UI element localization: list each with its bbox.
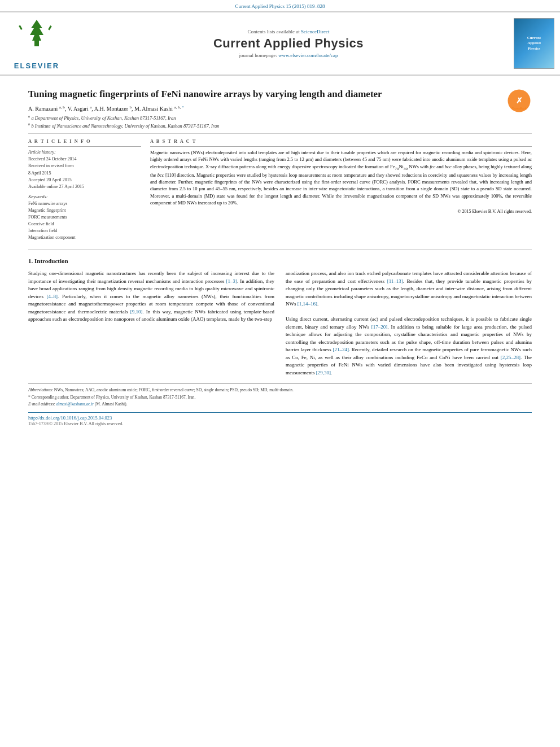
authors-line: A. Ramazani a, b, V. Asgari a, A.H. Mont… <box>28 105 532 112</box>
journal-citation: Current Applied Physics 15 (2015) 819–82… <box>0 0 560 11</box>
email-link[interactable]: almasi@kashanu.ac.ir <box>56 401 94 407</box>
journal-main-title: Current Applied Physics <box>73 36 504 51</box>
keyword-5: Interaction field <box>28 228 141 234</box>
sciencedirect-line: Contents lists available at ScienceDirec… <box>73 29 504 34</box>
article-info-column: A R T I C L E I N F O Article history: R… <box>28 138 141 241</box>
keyword-4: Coercive field <box>28 221 141 228</box>
svg-rect-3 <box>48 25 52 30</box>
abstract-text: Magnetic nanowires (NWs) electrodeposite… <box>150 149 532 215</box>
article-info-label: A R T I C L E I N F O <box>28 138 141 144</box>
email-footnote: E-mail address: almasi@kashanu.ac.ir (M.… <box>28 401 532 408</box>
abstract-divider <box>150 146 532 147</box>
keyword-3: FORC measurements <box>28 214 141 221</box>
affiliation-a: a a Department of Physics, University of… <box>28 114 532 121</box>
received-revised-date: 8 April 2015 <box>28 170 141 176</box>
issn-text: 1567-1739/© 2015 Elsevier B.V. All right… <box>28 421 123 426</box>
introduction-section: 1. Introduction <box>28 257 532 264</box>
doi-link[interactable]: http://dx.doi.org/10.1016/j.cap.2015.04.… <box>28 415 112 421</box>
svg-text:CrossMark: CrossMark <box>512 107 527 110</box>
keyword-2: Magnetic fingerprint <box>28 207 141 214</box>
intro-left-text: Studying one-dimensional magnetic nanost… <box>28 270 274 324</box>
divider-2 <box>28 249 532 250</box>
elsevier-logo-area: journal homepage: ELSEVIER <box>6 17 68 70</box>
svg-marker-1 <box>30 20 43 41</box>
available-date: Available online 27 April 2015 <box>28 184 141 190</box>
article-info-abstract-section: A R T I C L E I N F O Article history: R… <box>28 138 532 241</box>
article-info-divider <box>28 146 141 147</box>
abstract-label: A B S T R A C T <box>150 138 532 144</box>
elsevier-logo: journal homepage: ELSEVIER <box>6 17 68 70</box>
history-label: Article history: <box>28 149 141 155</box>
main-content-area: Tuning magnetic fingerprints of FeNi nan… <box>0 76 560 432</box>
crossmark-icon: ✗ CrossMark <box>506 88 532 113</box>
intro-left-col: Studying one-dimensional magnetic nanost… <box>28 270 274 377</box>
keywords-label: Keywords: <box>28 194 141 199</box>
intro-right-text: anodization process, and also ion track … <box>286 270 532 377</box>
keyword-1: FeNi nanowire arrays <box>28 200 141 207</box>
received-revised-label: Received in revised form <box>28 163 141 169</box>
received-date: Received 24 October 2014 <box>28 156 141 162</box>
svg-rect-2 <box>19 25 23 30</box>
elsevier-tree-icon <box>14 17 59 48</box>
copyright-text: © 2015 Elsevier B.V. All rights reserved… <box>150 208 532 215</box>
paper-title: Tuning magnetic fingerprints of FeNi nan… <box>28 88 532 101</box>
section-1-title: 1. Introduction <box>28 257 532 264</box>
intro-right-col: anodization process, and also ion track … <box>286 270 532 377</box>
journal-header: journal homepage: ELSEVIER Contents list… <box>0 11 560 76</box>
svg-text:✗: ✗ <box>516 96 523 105</box>
corresponding-author-footnote: * Corresponding author. Department of Ph… <box>28 395 532 401</box>
journal-cover-thumbnail: CurrentAppliedPhysics <box>514 18 554 69</box>
keyword-6: Magnetization component <box>28 234 141 241</box>
journal-title-area: Contents lists available at ScienceDirec… <box>73 29 504 58</box>
accepted-date: Accepted 20 April 2015 <box>28 177 141 183</box>
elsevier-name: ELSEVIER <box>14 62 59 70</box>
affiliation-b: b b Institute of Nanoscience and Nanotec… <box>28 122 532 129</box>
abstract-column: A B S T R A C T Magnetic nanowires (NWs)… <box>150 138 532 241</box>
sciencedirect-link[interactable]: ScienceDirect <box>301 29 329 34</box>
homepage-line: journal homepage: www.elsevier.com/locat… <box>73 53 504 58</box>
doi-section: http://dx.doi.org/10.1016/j.cap.2015.04.… <box>28 412 532 426</box>
footnotes-section: Abbreviations: NWs, Nanowires; AAO, anod… <box>28 383 532 408</box>
introduction-body: Studying one-dimensional magnetic nanost… <box>28 270 532 377</box>
divider-1 <box>28 133 532 134</box>
abbreviations-footnote: Abbreviations: NWs, Nanowires; AAO, anod… <box>28 387 532 394</box>
homepage-url[interactable]: www.elsevier.com/locate/cap <box>278 53 338 58</box>
journal-thumbnail-area: CurrentAppliedPhysics <box>509 18 554 69</box>
svg-rect-0 <box>34 41 39 46</box>
keywords-section: Keywords: FeNi nanowire arrays Magnetic … <box>28 194 141 241</box>
